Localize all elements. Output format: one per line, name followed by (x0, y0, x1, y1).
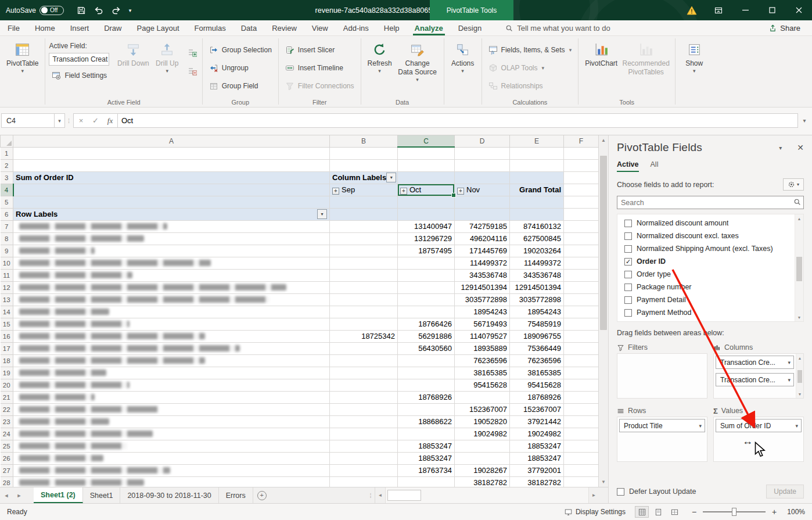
cell-B24[interactable] (330, 428, 398, 440)
cell-E2[interactable] (510, 159, 564, 171)
cell-F17[interactable] (564, 342, 599, 354)
cell-F21[interactable] (564, 391, 599, 403)
cell-C24[interactable] (398, 428, 455, 440)
value-cell-D10[interactable]: 114499372 (455, 257, 510, 269)
ribbon-tab-review[interactable]: Review (264, 20, 304, 35)
tell-me-box[interactable]: Tell me what you want to do (505, 20, 610, 35)
scroll-thumb[interactable] (797, 370, 802, 383)
row-header-2[interactable]: 2 (1, 159, 13, 171)
cell-C2[interactable] (398, 159, 455, 171)
name-box[interactable]: C4 (1, 113, 55, 128)
expand-field-button[interactable] (186, 46, 199, 58)
field-settings-button[interactable]: Field Settings (49, 69, 110, 82)
cell-D21[interactable] (455, 391, 510, 403)
values-area[interactable]: Sum of Order ID▾ (713, 417, 804, 462)
value-cell-E24[interactable]: 19024982 (510, 428, 564, 440)
insert-slicer-button[interactable]: Insert Slicer (282, 43, 357, 56)
pane-tab-all[interactable]: All (651, 160, 659, 172)
ribbon-tab-view[interactable]: View (304, 20, 336, 35)
cancel-entry-button[interactable]: × (74, 116, 88, 125)
cell-D5[interactable] (455, 196, 510, 208)
maximize-button[interactable] (759, 0, 785, 20)
sheet-tab-2018-09-30-to-2018-11-30[interactable]: 2018-09-30 to 2018-11-30 (120, 487, 218, 503)
cell-F14[interactable] (564, 306, 599, 318)
scroll-down-button[interactable]: ▼ (795, 313, 803, 321)
pivot-area-pill-product-title[interactable]: Product Title▾ (619, 419, 705, 432)
scroll-right-button[interactable]: ► (589, 487, 599, 503)
refresh-button[interactable]: Refresh▾ (365, 38, 395, 76)
cell-E3[interactable] (510, 171, 564, 184)
normal-view-button[interactable] (635, 506, 649, 518)
row-label-cell-12[interactable] (13, 281, 330, 293)
row-label-cell-9[interactable] (13, 245, 330, 257)
zoom-slider-thumb[interactable] (732, 508, 736, 516)
field-checkbox-normalized-discount-excl-taxes[interactable] (624, 232, 632, 240)
cell-B10[interactable] (330, 257, 398, 269)
cell-F16[interactable] (564, 330, 599, 342)
row-header-27[interactable]: 27 (1, 464, 13, 476)
horizontal-scroll-track[interactable] (385, 487, 589, 503)
value-cell-D17[interactable]: 18935889 (455, 342, 510, 354)
cell-F12[interactable] (564, 281, 599, 293)
row-label-cell-22[interactable] (13, 403, 330, 415)
cell-E1[interactable] (510, 147, 564, 159)
ribbon-display-options-button[interactable] (705, 0, 732, 20)
pivot-area-pill-transaction-cre[interactable]: Transaction Cre...▾ (716, 373, 794, 386)
row-labels-cell[interactable]: Row Labels▾ (13, 208, 330, 220)
ribbon-tab-help[interactable]: Help (376, 20, 407, 35)
vertical-scroll-thumb[interactable] (600, 156, 607, 330)
cell-C20[interactable] (398, 379, 455, 391)
field-checkbox-order-type[interactable] (624, 271, 632, 278)
field-item-normalized-shipping-amount-excl-taxes[interactable]: Normalized Shipping Amount (excl. Taxes) (624, 242, 794, 255)
value-cell-E17[interactable]: 75366449 (510, 342, 564, 354)
cell-C19[interactable] (398, 367, 455, 379)
row-label-cell-13[interactable] (13, 293, 330, 306)
row-header-8[interactable]: 8 (1, 232, 13, 245)
filter-dropdown-icon[interactable]: ▾ (386, 173, 396, 182)
cell-B20[interactable] (330, 379, 398, 391)
warning-indicator[interactable] (678, 0, 705, 20)
vertical-scrollbar[interactable]: ▲ ▼ (598, 135, 608, 487)
pivot-column-header-nov[interactable]: +Nov (455, 184, 510, 196)
value-cell-E13[interactable]: 3035772898 (510, 293, 564, 306)
pivot-title-cell[interactable]: Sum of Order ID (13, 171, 330, 184)
value-cell-C27[interactable]: 18763734 (398, 464, 455, 476)
row-header-22[interactable]: 22 (1, 403, 13, 415)
cell-C18[interactable] (398, 354, 455, 367)
cell-F25[interactable] (564, 440, 599, 452)
worksheet-grid[interactable]: ABCDEF123Sum of Order IDColumn Labels▾4+… (0, 135, 598, 487)
cell-F5[interactable] (564, 196, 599, 208)
row-label-cell-11[interactable] (13, 269, 330, 281)
sheet-tab-sheet1[interactable]: Sheet1 (83, 487, 121, 503)
cell-B14[interactable] (330, 306, 398, 318)
close-button[interactable] (785, 0, 812, 20)
insert-timeline-button[interactable]: Insert Timeline (282, 61, 357, 74)
cell-E6[interactable] (510, 208, 564, 220)
column-header-a[interactable]: A (13, 135, 330, 147)
cell-B17[interactable] (330, 342, 398, 354)
drill-down-button[interactable]: Drill Down (114, 38, 152, 69)
pill-dropdown-icon[interactable]: ▾ (788, 360, 791, 365)
cell-F27[interactable] (564, 464, 599, 476)
cell-F8[interactable] (564, 232, 599, 245)
cell-D25[interactable] (455, 440, 510, 452)
value-cell-D22[interactable]: 152367007 (455, 403, 510, 415)
change-data-source-button[interactable]: Change Data Source▾ (395, 38, 440, 84)
value-cell-C17[interactable]: 56430560 (398, 342, 455, 354)
field-item-payment-detail[interactable]: Payment Detail (624, 293, 794, 306)
row-label-cell-17[interactable] (13, 342, 330, 354)
tools-gear-button[interactable]: ▾ (783, 178, 804, 191)
zoom-in-button[interactable]: + (771, 507, 778, 517)
pill-dropdown-icon[interactable]: ▾ (699, 423, 702, 429)
autosave-toggle[interactable]: Off (39, 6, 64, 15)
row-label-cell-26[interactable] (13, 452, 330, 464)
expand-item-icon[interactable]: + (457, 188, 464, 195)
rows-area[interactable]: Product Title▾ (617, 417, 707, 462)
row-header-6[interactable]: 6 (1, 208, 13, 220)
scroll-up-button[interactable]: ▲ (795, 214, 803, 223)
columns-area-scrollbar[interactable]: ▲ ▼ (796, 354, 803, 398)
value-cell-D8[interactable]: 496204116 (455, 232, 510, 245)
row-label-cell-14[interactable] (13, 306, 330, 318)
row-header-25[interactable]: 25 (1, 440, 13, 452)
cell-F10[interactable] (564, 257, 599, 269)
